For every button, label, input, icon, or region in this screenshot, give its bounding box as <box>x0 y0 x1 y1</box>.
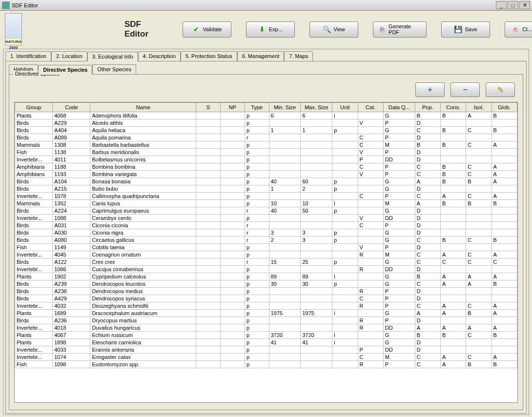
table-cell[interactable] <box>440 346 466 354</box>
table-cell[interactable]: C <box>466 141 491 149</box>
table-cell[interactable] <box>358 273 383 280</box>
table-cell[interactable] <box>358 280 383 288</box>
table-row[interactable]: BirdsA089Aquila pomarinarCPD <box>15 134 517 141</box>
table-cell[interactable]: R <box>358 302 383 310</box>
table-cell[interactable] <box>196 134 221 141</box>
add-row-button[interactable]: + <box>415 82 445 97</box>
table-cell[interactable] <box>301 317 332 324</box>
column-header[interactable]: Name <box>90 103 196 112</box>
table-cell[interactable]: D <box>415 295 440 302</box>
table-row[interactable]: Mammals1308Barbastella barbastelluspCMBB… <box>15 141 517 149</box>
table-cell[interactable]: A239 <box>53 280 90 288</box>
table-cell[interactable] <box>221 273 245 280</box>
table-cell[interactable]: Cucujus cinnaberinus <box>90 266 196 273</box>
table-cell[interactable]: G <box>383 258 415 266</box>
table-cell[interactable]: A <box>491 163 517 171</box>
table-cell[interactable]: P <box>383 244 415 251</box>
table-cell[interactable]: B <box>466 178 491 185</box>
table-cell[interactable] <box>221 178 245 185</box>
table-cell[interactable] <box>269 119 301 127</box>
table-cell[interactable]: p <box>245 317 269 324</box>
table-cell[interactable] <box>301 222 332 229</box>
table-cell[interactable] <box>440 134 466 141</box>
table-cell[interactable] <box>269 361 301 368</box>
table-cell[interactable] <box>221 112 245 119</box>
table-cell[interactable]: R <box>358 266 383 273</box>
table-row[interactable]: Amphibians1188Bombina bombinapCPCBCA <box>15 163 517 171</box>
table-cell[interactable]: p <box>245 215 269 222</box>
table-cell[interactable]: 4011 <box>53 156 90 163</box>
table-cell[interactable] <box>466 346 491 354</box>
table-cell[interactable]: D <box>415 346 440 354</box>
table-cell[interactable] <box>466 229 491 237</box>
table-cell[interactable] <box>466 149 491 156</box>
table-cell[interactable]: P <box>383 302 415 310</box>
table-cell[interactable] <box>196 266 221 273</box>
table-cell[interactable]: 1 <box>301 127 332 134</box>
table-cell[interactable] <box>221 324 245 332</box>
table-cell[interactable]: A <box>440 273 466 280</box>
table-cell[interactable]: r <box>245 134 269 141</box>
table-cell[interactable] <box>196 302 221 310</box>
table-cell[interactable]: A089 <box>53 134 90 141</box>
table-cell[interactable]: i <box>332 273 358 280</box>
table-cell[interactable]: 3720 <box>269 332 301 339</box>
table-cell[interactable]: Dendrocopos leucotos <box>90 280 196 288</box>
table-cell[interactable]: Invertebr... <box>15 354 53 361</box>
table-cell[interactable] <box>196 215 221 222</box>
table-row[interactable]: Mammals1352Canis lupusp1010iMABBB <box>15 200 517 207</box>
table-cell[interactable]: A <box>491 310 517 317</box>
table-cell[interactable]: p <box>245 354 269 361</box>
table-cell[interactable] <box>466 156 491 163</box>
close-button[interactable]: ✕ <box>519 1 530 9</box>
table-cell[interactable]: 25 <box>301 258 332 266</box>
main-tab-6[interactable]: 7. Maps <box>284 51 313 61</box>
table-cell[interactable] <box>196 258 221 266</box>
table-cell[interactable] <box>269 163 301 171</box>
table-cell[interactable]: B <box>466 361 491 368</box>
table-cell[interactable]: A <box>491 193 517 200</box>
table-cell[interactable]: p <box>332 185 358 193</box>
table-cell[interactable]: p <box>245 119 269 127</box>
table-cell[interactable] <box>196 163 221 171</box>
table-cell[interactable] <box>491 339 517 346</box>
table-cell[interactable] <box>196 251 221 258</box>
table-cell[interactable]: r <box>245 237 269 244</box>
table-cell[interactable]: 1308 <box>53 141 90 149</box>
table-row[interactable]: BirdsA080Circaetus gallicusr23pGCBCB <box>15 237 517 244</box>
table-cell[interactable]: A229 <box>53 119 90 127</box>
table-cell[interactable]: Eriogaster catax <box>90 354 196 361</box>
table-cell[interactable]: p <box>245 200 269 207</box>
table-cell[interactable]: A <box>466 273 491 280</box>
main-tab-5[interactable]: 6. Management <box>237 51 284 61</box>
table-cell[interactable] <box>269 134 301 141</box>
table-cell[interactable]: A080 <box>53 237 90 244</box>
table-cell[interactable]: B <box>440 200 466 207</box>
table-cell[interactable]: D <box>415 229 440 237</box>
table-cell[interactable]: D <box>415 134 440 141</box>
table-cell[interactable] <box>491 266 517 273</box>
table-cell[interactable] <box>466 266 491 273</box>
maximize-button[interactable]: □ <box>508 1 518 9</box>
table-cell[interactable] <box>332 324 358 332</box>
table-cell[interactable] <box>221 229 245 237</box>
table-cell[interactable]: DD <box>383 266 415 273</box>
table-cell[interactable]: Invertebr... <box>15 193 53 200</box>
table-cell[interactable]: Bombina variegata <box>90 171 196 178</box>
table-cell[interactable]: Birds <box>15 207 53 215</box>
table-cell[interactable] <box>491 317 517 324</box>
table-cell[interactable]: p <box>245 310 269 317</box>
table-cell[interactable]: Invertebr... <box>15 251 53 258</box>
table-cell[interactable]: p <box>245 266 269 273</box>
table-cell[interactable]: A429 <box>53 295 90 302</box>
table-cell[interactable]: 1078 <box>53 193 90 200</box>
table-cell[interactable] <box>301 295 332 302</box>
table-cell[interactable]: M <box>383 354 415 361</box>
table-cell[interactable]: V <box>358 171 383 178</box>
table-cell[interactable]: A238 <box>53 288 90 295</box>
table-cell[interactable]: 4068 <box>53 112 90 119</box>
table-cell[interactable]: Alcedo atthis <box>90 119 196 127</box>
table-cell[interactable]: 4032 <box>53 302 90 310</box>
table-cell[interactable] <box>221 302 245 310</box>
table-row[interactable]: Invertebr...1074Eriogaster cataxpCMCACA <box>15 354 517 361</box>
